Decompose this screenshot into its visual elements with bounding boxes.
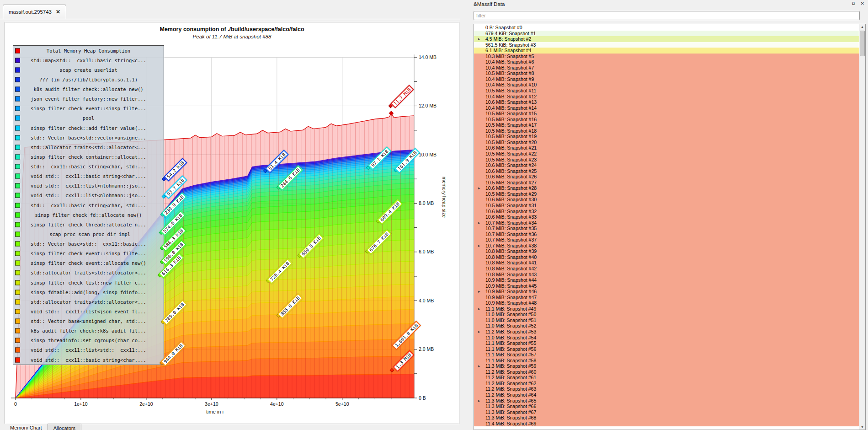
- snapshot-row[interactable]: 10.5 MiB: Snapshot #16: [474, 117, 859, 123]
- snapshot-row[interactable]: 10.4 MiB: Snapshot #10: [474, 82, 859, 88]
- snapshot-row[interactable]: 10.8 MiB: Snapshot #40: [474, 254, 859, 260]
- legend-item[interactable]: json_event_filter_factory::new_filter...: [13, 94, 164, 104]
- snapshot-row[interactable]: 11.1 MiB: Snapshot #57: [474, 352, 859, 358]
- snapshot-row[interactable]: 10.8 MiB: Snapshot #43: [474, 272, 859, 278]
- snapshot-row[interactable]: 10.5 MiB: Snapshot #31: [474, 203, 859, 209]
- close-tab-icon[interactable]: ✕: [56, 9, 60, 15]
- snapshot-row[interactable]: 10.5 MiB: Snapshot #17: [474, 122, 859, 128]
- legend-item[interactable]: sinsp_filter_check_fd::allocate_new(): [13, 210, 164, 220]
- snapshot-row[interactable]: 11.0 MiB: Snapshot #51: [474, 317, 859, 323]
- tab-allocators[interactable]: Allocators: [48, 424, 81, 430]
- snapshot-row[interactable]: ▸11.2 MiB: Snapshot #53: [474, 329, 859, 335]
- legend-item[interactable]: _scap_proc_scan_proc_dir_impl: [13, 229, 164, 239]
- scrollbar-thumb[interactable]: [860, 31, 865, 56]
- expand-arrow-icon[interactable]: ▸: [478, 289, 480, 295]
- snapshot-row[interactable]: 10.4 MiB: Snapshot #6: [474, 59, 859, 65]
- snapshot-row[interactable]: 10.4 MiB: Snapshot #7: [474, 65, 859, 71]
- snapshot-row[interactable]: 11.0 MiB: Snapshot #54: [474, 335, 859, 341]
- legend-item[interactable]: sinsp_filter_check_event::sinsp_filte...: [13, 249, 164, 258]
- scrollbar[interactable]: ▲ ▼: [859, 24, 865, 430]
- legend-item[interactable]: sinsp_filter_check::add_filter_value(...: [13, 123, 164, 133]
- snapshot-row[interactable]: ▸10.9 MiB: Snapshot #46: [474, 289, 859, 295]
- snapshot-row[interactable]: 10.6 MiB: Snapshot #25: [474, 168, 859, 174]
- legend-item[interactable]: std::_Vector_base<unsigned char, std:...: [13, 317, 164, 326]
- snapshot-row[interactable]: 11.3 MiB: Snapshot #68: [474, 415, 859, 421]
- panel-splitter[interactable]: [460, 0, 468, 430]
- snapshot-row[interactable]: 10.5 MiB: Snapshot #11: [474, 88, 859, 94]
- expand-arrow-icon[interactable]: ▸: [478, 329, 480, 335]
- expand-arrow-icon[interactable]: ▸: [478, 243, 480, 249]
- expand-arrow-icon[interactable]: ▸: [478, 306, 480, 312]
- snapshot-row[interactable]: ▸11.3 MiB: Snapshot #59: [474, 363, 859, 369]
- expand-arrow-icon[interactable]: ▸: [478, 185, 480, 191]
- snapshot-row[interactable]: 10.5 MiB: Snapshot #20: [474, 140, 859, 145]
- snapshot-row[interactable]: 11.2 MiB: Snapshot #61: [474, 375, 859, 381]
- snapshot-row[interactable]: 10.5 MiB: Snapshot #22: [474, 151, 859, 157]
- snapshot-row[interactable]: 10.6 MiB: Snapshot #13: [474, 99, 859, 105]
- legend-item[interactable]: Total Memory Heap Consumption: [13, 46, 164, 55]
- legend-item[interactable]: std::__cxx11::basic_string<char, std:...: [13, 200, 164, 210]
- snapshot-row[interactable]: 0 B: Snapshot #0: [474, 25, 859, 31]
- snapshot-row[interactable]: 11.1 MiB: Snapshot #55: [474, 340, 859, 346]
- snapshot-row[interactable]: 11.2 MiB: Snapshot #63: [474, 386, 859, 392]
- snapshot-row[interactable]: 11.2 MiB: Snapshot #60: [474, 369, 859, 375]
- document-tab[interactable]: massif.out.295743 ✕: [3, 5, 66, 19]
- legend-item[interactable]: std::allocator_traits<std::allocator<...: [13, 142, 164, 152]
- legend-item[interactable]: sinsp_filter_check_container::allocat...: [13, 152, 164, 161]
- snapshot-row[interactable]: 10.6 MiB: Snapshot #30: [474, 197, 859, 203]
- snapshot-row[interactable]: 10.4 MiB: Snapshot #12: [474, 94, 859, 100]
- snapshot-row[interactable]: 11.3 MiB: Snapshot #67: [474, 409, 859, 415]
- float-panel-icon[interactable]: ⧉: [852, 1, 855, 6]
- snapshot-row[interactable]: 11.1 MiB: Snapshot #58: [474, 358, 859, 364]
- legend-item[interactable]: std::map<std::__cxx11::basic_string<c...: [13, 55, 164, 65]
- legend-item[interactable]: sinsp_fdtable::add(long, sinsp_fdinfo...: [13, 287, 164, 297]
- legend-item[interactable]: sinsp_filter_check_thread::allocate_n...: [13, 220, 164, 229]
- snapshot-row[interactable]: 561.5 KiB: Snapshot #3: [474, 42, 859, 48]
- snapshot-row[interactable]: 10.5 MiB: Snapshot #19: [474, 134, 859, 140]
- legend-item[interactable]: std::_Vector_base<std::__cxx11::basic...: [13, 239, 164, 249]
- snapshot-row[interactable]: 11.0 MiB: Snapshot #52: [474, 323, 859, 329]
- legend-item[interactable]: ??? (in /usr/lib/libcrypto.so.1.1): [13, 75, 164, 84]
- legend-item[interactable]: sinsp_filter_check_event::allocate_new(): [13, 258, 164, 268]
- legend-item[interactable]: void std::__cxx11::basic_string<char,...: [13, 355, 164, 365]
- snapshot-row[interactable]: 11.2 MiB: Snapshot #62: [474, 381, 859, 387]
- legend-item[interactable]: sinsp_filter_check_list::new_filter_c...: [13, 278, 164, 287]
- legend-item[interactable]: void std::__cxx11::list<nlohmann::jso...: [13, 181, 164, 191]
- snapshot-row[interactable]: ▸11.1 MiB: Snapshot #49: [474, 306, 859, 312]
- snapshot-row[interactable]: ▸10.7 MiB: Snapshot #38: [474, 243, 859, 249]
- snapshot-row[interactable]: 10.5 MiB: Snapshot #15: [474, 111, 859, 117]
- snapshot-row[interactable]: 10.7 MiB: Snapshot #36: [474, 231, 859, 237]
- snapshot-row[interactable]: 10.6 MiB: Snapshot #33: [474, 214, 859, 220]
- snapshot-row[interactable]: 10.5 MiB: Snapshot #27: [474, 180, 859, 186]
- legend-item[interactable]: k8s_audit_filter_check::allocate_new(): [13, 85, 164, 94]
- snapshot-row[interactable]: 10.4 MiB: Snapshot #14: [474, 105, 859, 111]
- snapshot-row[interactable]: 11.0 MiB: Snapshot #50: [474, 312, 859, 317]
- legend-item[interactable]: std::_Vector_base<std::vector<unsigne...: [13, 133, 164, 142]
- snapshot-row[interactable]: ▸10.6 MiB: Snapshot #28: [474, 185, 859, 191]
- snapshot-row[interactable]: 10.6 MiB: Snapshot #24: [474, 162, 859, 168]
- legend-item[interactable]: scap_create_userlist: [13, 65, 164, 75]
- snapshot-row[interactable]: ▸4.5 MiB: Snapshot #2: [474, 36, 859, 42]
- snapshot-row[interactable]: 10.9 MiB: Snapshot #48: [474, 300, 859, 306]
- legend-item[interactable]: void std::__cxx11::list<json_event_fl...: [13, 306, 164, 316]
- snapshot-row[interactable]: 11.1 MiB: Snapshot #56: [474, 346, 859, 352]
- legend-item[interactable]: sinsp_threadinfo::set_cgroups(char co...: [13, 336, 164, 345]
- legend-item[interactable]: std::__cxx11::basic_string<char, std:...: [13, 162, 164, 172]
- snapshot-row[interactable]: 10.4 MiB: Snapshot #9: [474, 76, 859, 82]
- snapshot-row[interactable]: 10.9 MiB: Snapshot #47: [474, 295, 859, 301]
- legend-item[interactable]: pool: [13, 113, 164, 123]
- legend-item[interactable]: void std::__cxx11::list<nlohmann::jso...: [13, 191, 164, 200]
- snapshot-row[interactable]: 10.5 MiB: Snapshot #8: [474, 70, 859, 76]
- snapshot-row[interactable]: ▸11.3 MiB: Snapshot #65: [474, 398, 859, 404]
- legend-item[interactable]: std::allocator_traits<std::allocator<...: [13, 268, 164, 278]
- snapshot-row[interactable]: 11.2 MiB: Snapshot #64: [474, 392, 859, 398]
- snapshot-row[interactable]: 10.6 MiB: Snapshot #26: [474, 174, 859, 180]
- expand-arrow-icon[interactable]: ▸: [478, 363, 480, 369]
- snapshot-row[interactable]: 6.1 MiB: Snapshot #4: [474, 48, 859, 54]
- snapshot-row[interactable]: 10.8 MiB: Snapshot #41: [474, 260, 859, 266]
- snapshot-row[interactable]: 10.6 MiB: Snapshot #21: [474, 145, 859, 151]
- snapshot-row[interactable]: 10.9 MiB: Snapshot #44: [474, 277, 859, 283]
- snapshot-row[interactable]: 11.4 MiB: Snapshot #69: [474, 421, 859, 427]
- snapshot-row[interactable]: 10.5 MiB: Snapshot #29: [474, 191, 859, 197]
- expand-arrow-icon[interactable]: ▸: [478, 398, 480, 404]
